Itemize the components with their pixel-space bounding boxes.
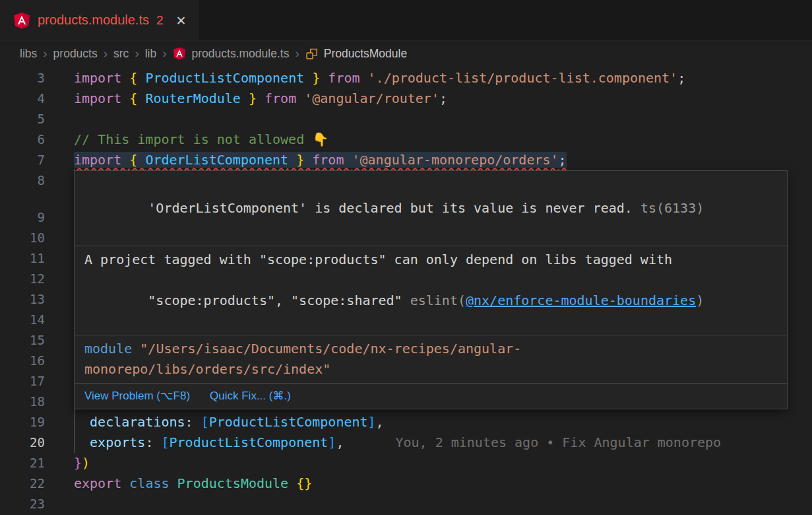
breadcrumb-item-libs[interactable]: libs [20,47,37,61]
hover-module-info: module "/Users/isaac/Documents/code/nx-r… [75,335,787,384]
code-content: declarations: [ProductListComponent], [74,412,384,432]
module-path-line1: "/Users/isaac/Documents/code/nx-recipes/… [140,341,521,357]
breadcrumb-item-file[interactable]: products.module.ts [192,47,290,61]
indent-guide [74,432,90,453]
line-number[interactable]: 14 [0,310,45,330]
line-number[interactable]: 20 [0,432,45,453]
eslint-error-text-line1: A project tagged with "scope:products" c… [84,252,672,267]
git-blame-annotation: You, 2 minutes ago • Fix Angular monorep… [395,434,721,450]
breadcrumb-item-symbol[interactable]: ProductsModule [324,47,407,61]
line-number[interactable]: 16 [0,351,45,371]
breadcrumb-item-src[interactable]: src [113,47,129,61]
code-content: }) [74,453,90,473]
ts-error-source: ts(6133) [633,200,704,216]
module-keyword: module [84,341,140,357]
line-number[interactable]: 9 [0,207,45,228]
angular-icon [13,12,30,29]
line-number[interactable]: 17 [0,371,45,392]
code-line[interactable]: 5 [0,109,812,129]
tab-title: products.module.ts [38,13,149,28]
tab-problems-badge: 2 [156,13,164,28]
eslint-rule-link[interactable]: @nx/enforce-module-boundaries [466,292,696,308]
code-content: import { OrderListComponent } from '@ang… [74,150,567,170]
code-line[interactable]: 23 [0,494,812,514]
hover-widget: 'OrderListComponent' is declared but its… [74,170,788,409]
code-line[interactable]: 7import { OrderListComponent } from '@an… [0,150,812,170]
ts-error-text: 'OrderListComponent' is declared but its… [148,200,633,216]
line-number[interactable]: 10 [0,228,45,248]
code-content: // This import is not allowed 👇 [74,129,328,150]
tab-products-module[interactable]: products.module.ts 2 ✕ [0,0,199,40]
line-number[interactable]: 12 [0,269,45,289]
line-number[interactable]: 23 [0,494,45,514]
tab-bar: products.module.ts 2 ✕ [0,0,812,41]
chevron-right-icon: › [104,46,108,61]
line-number[interactable]: 15 [0,330,45,351]
class-symbol-icon [305,48,318,60]
line-number[interactable]: 11 [0,248,45,269]
module-path-line2: monorepo/libs/orders/src/index" [84,361,330,377]
quick-fix-link[interactable]: Quick Fix... (⌘.) [210,388,291,405]
breadcrumb-item-products[interactable]: products [53,47,98,61]
eslint-source-open: eslint( [410,292,466,308]
line-number[interactable]: 13 [0,289,45,310]
hover-eslint-message: A project tagged with "scope:products" c… [75,246,787,335]
close-icon[interactable]: ✕ [176,13,187,28]
code-line[interactable]: 22export class ProductsModule {} [0,473,812,494]
code-content: export class ProductsModule {} [74,473,312,494]
code-line[interactable]: 19declarations: [ProductListComponent], [0,412,812,432]
line-number[interactable]: 3 [0,68,45,88]
line-number[interactable]: 18 [0,392,45,412]
code-line[interactable]: 4import { RouterModule } from '@angular/… [0,88,812,109]
eslint-error-text-line2: "scope:products", "scope:shared" [148,292,410,308]
breadcrumb: libs › products › src › lib › products.m… [0,41,812,66]
line-number[interactable]: 6 [0,129,45,150]
view-problem-link[interactable]: View Problem (⌥F8) [84,388,190,405]
code-line[interactable]: 20exports: [ProductListComponent],You, 2… [0,432,812,453]
chevron-right-icon: › [295,46,299,61]
angular-icon [173,47,186,60]
code-content: import { RouterModule } from '@angular/r… [74,88,447,109]
hover-ts-message: 'OrderListComponent' is declared but its… [75,171,787,246]
chevron-right-icon: › [135,46,139,61]
breadcrumb-item-lib[interactable]: lib [145,47,157,61]
code-line[interactable]: 21}) [0,453,812,473]
hover-actions: View Problem (⌥F8) Quick Fix... (⌘.) [75,384,787,409]
editor[interactable]: 3import { ProductListComponent } from '.… [0,66,812,515]
chevron-right-icon: › [162,46,166,61]
indent-guide [74,412,90,432]
line-number[interactable]: 7 [0,150,45,170]
line-number[interactable]: 21 [0,453,45,473]
line-number[interactable]: 5 [0,109,45,129]
line-number[interactable]: 22 [0,473,45,494]
code-content: exports: [ProductListComponent],You, 2 m… [74,432,721,453]
code-line[interactable]: 3import { ProductListComponent } from '.… [0,68,812,88]
line-number[interactable]: 19 [0,412,45,432]
line-number[interactable]: 4 [0,88,45,109]
line-number[interactable]: 8 [0,170,45,191]
code-line[interactable]: 6// This import is not allowed 👇 [0,129,812,150]
eslint-source-close: ) [696,292,704,308]
code-content: import { ProductListComponent } from './… [74,68,685,88]
chevron-right-icon: › [43,46,47,61]
